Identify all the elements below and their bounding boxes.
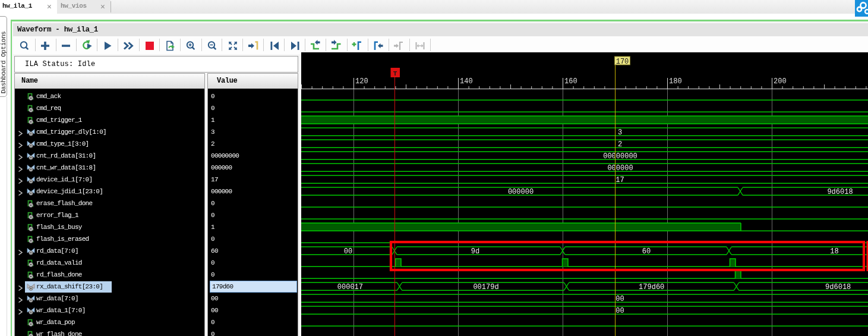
- svg-text:18: 18: [830, 247, 838, 256]
- svg-text:00: 00: [616, 307, 624, 315]
- svg-text:160: 160: [564, 77, 577, 86]
- svg-text:00179d: 00179d: [473, 283, 498, 291]
- svg-text:200: 200: [774, 77, 787, 86]
- svg-text:00: 00: [616, 295, 624, 303]
- svg-text:000000: 000000: [607, 164, 633, 172]
- svg-text:000017: 000017: [337, 283, 363, 291]
- svg-text:9d: 9d: [471, 247, 479, 256]
- svg-text:120: 120: [355, 77, 368, 86]
- svg-text:179d60: 179d60: [639, 283, 664, 291]
- svg-text:60: 60: [642, 247, 651, 256]
- svg-text:T: T: [393, 70, 397, 77]
- svg-text:180: 180: [669, 77, 682, 86]
- svg-text:140: 140: [460, 77, 473, 86]
- svg-text:170: 170: [616, 58, 629, 66]
- svg-text:9d6018: 9d6018: [827, 188, 853, 196]
- svg-text:9d6018: 9d6018: [825, 283, 851, 291]
- svg-text:17: 17: [616, 176, 624, 184]
- svg-text:00: 00: [344, 247, 352, 256]
- svg-text:000000: 000000: [508, 188, 534, 196]
- svg-text:2: 2: [618, 140, 622, 149]
- svg-text:3: 3: [618, 128, 622, 137]
- svg-text:00000000: 00000000: [603, 152, 637, 161]
